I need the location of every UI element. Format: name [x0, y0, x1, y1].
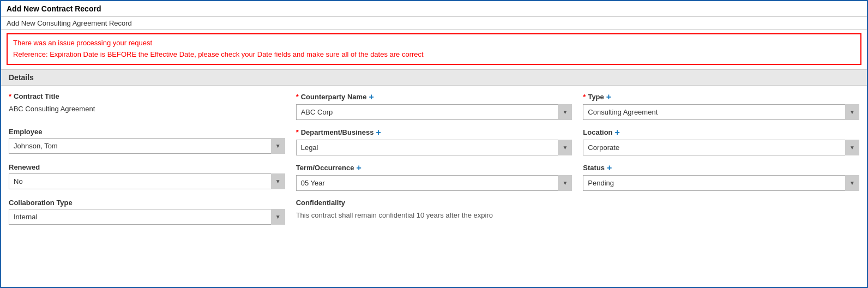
- location-col: Location + Corporate ▼: [583, 128, 859, 155]
- type-required: *: [583, 93, 586, 101]
- form-row-1: *Contract Title ABC Consulting Agreement…: [9, 92, 859, 120]
- department-select-wrapper: Legal ▼: [296, 140, 572, 155]
- contract-title-required: *: [9, 92, 11, 100]
- status-label: Status +: [583, 163, 859, 173]
- location-select-wrapper: Corporate ▼: [583, 140, 859, 155]
- term-select[interactable]: 05 Year: [296, 175, 572, 191]
- form-row-2: Employee Johnson, Tom ▼ *Department/Busi…: [9, 128, 859, 155]
- counterparty-required: *: [296, 93, 299, 101]
- page-header: Add New Contract Record: [1, 1, 867, 17]
- contract-title-col: *Contract Title ABC Consulting Agreement: [9, 92, 285, 120]
- counterparty-select[interactable]: ABC Corp: [296, 104, 572, 120]
- confidentiality-col: Confidentiality This contract shall rema…: [296, 199, 572, 225]
- type-select[interactable]: Consulting Agreement: [583, 104, 859, 120]
- renewed-col: Renewed No ▼: [9, 163, 285, 191]
- collab-type-select-wrapper: Internal ▼: [9, 209, 285, 225]
- confidentiality-text: This contract shall remain confidential …: [296, 209, 572, 219]
- employee-col: Employee Johnson, Tom ▼: [9, 128, 285, 155]
- type-label: *Type +: [583, 92, 859, 102]
- status-select-wrapper: Pending ▼: [583, 175, 859, 191]
- employee-label: Employee: [9, 128, 285, 136]
- empty-col: [583, 199, 859, 225]
- collab-type-select[interactable]: Internal: [9, 209, 285, 225]
- location-label: Location +: [583, 128, 859, 137]
- counterparty-add-icon[interactable]: +: [369, 92, 373, 102]
- department-add-icon[interactable]: +: [376, 128, 381, 137]
- page-wrapper: Add New Contract Record Add New Consulti…: [0, 0, 868, 288]
- renewed-label: Renewed: [9, 163, 285, 171]
- type-col: *Type + Consulting Agreement ▼: [583, 92, 859, 120]
- form-row-4: Collaboration Type Internal ▼ Confidenti…: [9, 199, 859, 225]
- type-select-wrapper: Consulting Agreement ▼: [583, 104, 859, 120]
- error-line1: There was an issue processing your reque…: [13, 38, 855, 49]
- counterparty-name-col: *Counterparty Name + ABC Corp ▼: [296, 92, 572, 120]
- form-body: *Contract Title ABC Consulting Agreement…: [1, 86, 867, 239]
- department-label: *Department/Business +: [296, 128, 572, 137]
- renewed-select[interactable]: No: [9, 173, 285, 189]
- contract-title-value: ABC Consulting Agreement: [9, 103, 285, 115]
- page-title: Add New Contract Record: [7, 4, 861, 13]
- confidentiality-label: Confidentiality: [296, 199, 572, 207]
- term-label: Term/Occurrence +: [296, 163, 572, 173]
- employee-select[interactable]: Johnson, Tom: [9, 138, 285, 154]
- department-col: *Department/Business + Legal ▼: [296, 128, 572, 155]
- status-select[interactable]: Pending: [583, 175, 859, 191]
- employee-select-wrapper: Johnson, Tom ▼: [9, 138, 285, 154]
- form-row-3: Renewed No ▼ Term/Occurrence +: [9, 163, 859, 191]
- location-select[interactable]: Corporate: [583, 140, 859, 155]
- error-line2: Reference: Expiration Date is BEFORE the…: [13, 49, 855, 61]
- status-add-icon[interactable]: +: [607, 163, 612, 173]
- department-required: *: [296, 128, 299, 136]
- collab-type-col: Collaboration Type Internal ▼: [9, 199, 285, 225]
- counterparty-select-wrapper: ABC Corp ▼: [296, 104, 572, 120]
- term-add-icon[interactable]: +: [356, 163, 361, 173]
- contract-title-label: *Contract Title: [9, 92, 285, 100]
- location-add-icon[interactable]: +: [615, 128, 620, 137]
- details-header: Details: [1, 69, 867, 86]
- renewed-select-wrapper: No ▼: [9, 173, 285, 189]
- counterparty-name-label: *Counterparty Name +: [296, 92, 572, 102]
- term-col: Term/Occurrence + 05 Year ▼: [296, 163, 572, 191]
- term-select-wrapper: 05 Year ▼: [296, 175, 572, 191]
- subheader: Add New Consulting Agreement Record: [1, 17, 867, 30]
- type-add-icon[interactable]: +: [606, 92, 611, 102]
- collab-type-label: Collaboration Type: [9, 199, 285, 207]
- department-select[interactable]: Legal: [296, 140, 572, 155]
- status-col: Status + Pending ▼: [583, 163, 859, 191]
- error-box: There was an issue processing your reque…: [7, 33, 861, 65]
- details-section: Details *Contract Title ABC Consulting A…: [1, 69, 867, 239]
